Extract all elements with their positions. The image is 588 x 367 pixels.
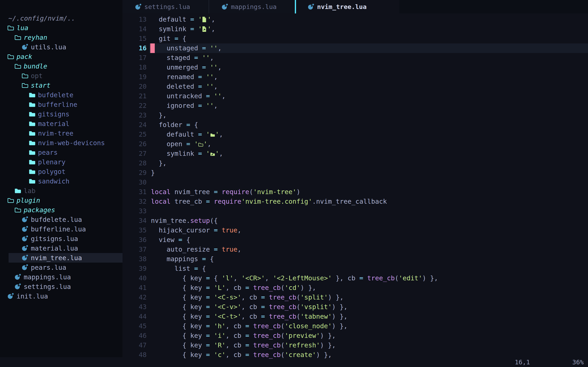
lua-file-icon [14,283,22,290]
code-text: local tree_cb = require'nvim-tree.config… [151,197,387,206]
editor-buffer[interactable]: 13 default = '',14 symlink = '',15 git =… [122,13,588,367]
lua-file-icon [21,245,30,252]
line-number: 39 [122,264,147,273]
tab-label: mappings.lua [231,3,277,10]
code-line-19[interactable]: 19 renamed = '', [122,72,588,82]
tree-item-plugin[interactable]: plugin [0,196,122,205]
folder-open-icon [7,25,15,31]
code-line-14[interactable]: 14 symlink = '', [122,24,588,34]
tree-item-lua[interactable]: lua [0,23,122,33]
tab-settings.lua[interactable]: settings.lua [122,0,209,13]
tree-item-bufdelete.lua[interactable]: bufdelete.lua [0,215,122,224]
code-line-24[interactable]: 24 folder = { [122,120,588,130]
code-line-37[interactable]: 37 auto_resize = true, [122,245,588,254]
code-line-40[interactable]: 40 { key = { 'l', '<CR>', '<2-LeftMouse>… [122,273,588,283]
lua-file-icon [21,216,30,223]
tree-item-gitsigns[interactable]: gitsigns [0,109,122,119]
line-number: 17 [122,53,147,63]
tree-item-reyhan[interactable]: reyhan [0,33,122,42]
code-line-47[interactable]: 47 { key = 'R', cb = tree_cb('refresh') … [122,341,588,350]
tree-item-label: mappings.lua [24,273,71,281]
tree-root-path: ~/.config/nvim/.. [8,15,75,22]
code-text: list = { [151,264,206,273]
tree-item-nvim-web-devicons[interactable]: nvim-web-devicons [0,138,122,148]
code-line-45[interactable]: 45 { key = 'h', cb = tree_cb('close_node… [122,321,588,331]
code-text: } [151,168,155,178]
folder-open-g-glyph-icon [198,139,203,149]
code-line-36[interactable]: 36 view = { [122,235,588,245]
line-number: 37 [122,245,147,254]
tree-item-label: pears.lua [31,264,66,271]
tree-item-label: opt [31,72,43,80]
tree-item-gitsigns.lua[interactable]: gitsigns.lua [0,234,122,243]
tree-item-packages[interactable]: packages [0,205,122,215]
code-line-22[interactable]: 22 ignored = '', [122,101,588,110]
lua-file-icon [21,226,30,233]
tree-item-plenary[interactable]: plenary [0,157,122,167]
code-line-44[interactable]: 44 { key = '<C-t>', cb = tree_cb('tabnew… [122,312,588,321]
tree-item-nvim_tree.lua[interactable]: nvim_tree.lua [0,253,122,263]
code-line-28[interactable]: 28 }, [122,158,588,168]
tree-item-sandwich[interactable]: sandwich [0,176,122,186]
tree-item-label: utils.lua [31,43,66,51]
nvim-window: { "colors": { "background": "#0f111a", "… [0,0,588,367]
tree-item-mappings.lua[interactable]: mappings.lua [0,272,122,282]
code-line-30[interactable]: 30 [122,178,588,187]
tab-nvim_tree.lua[interactable]: nvim_tree.lua [295,0,399,13]
code-line-16[interactable]: 16 unstaged = '', [122,43,588,53]
code-line-46[interactable]: 46 { key = 'i', cb = tree_cb('preview') … [122,331,588,341]
tree-item-label: lua [17,24,28,32]
folder-closed-icon [29,169,37,175]
code-line-33[interactable]: 33 [122,206,588,216]
code-line-31[interactable]: 31local nvim_tree = require('nvim-tree') [122,187,588,197]
tree-item-polygot[interactable]: polygot [0,167,122,176]
tree-item-bundle[interactable]: bundle [0,61,122,71]
line-number: 32 [122,197,147,206]
code-line-23[interactable]: 23 }, [122,110,588,120]
code-line-17[interactable]: 17 staged = '', [122,53,588,63]
code-line-21[interactable]: 21 untracked = '', [122,91,588,101]
code-line-27[interactable]: 27 symlink = '', [122,149,588,158]
code-line-15[interactable]: 15 git = { [122,34,588,43]
code-line-29[interactable]: 29} [122,168,588,178]
active-tab-indicator [295,0,296,13]
tree-item-settings.lua[interactable]: settings.lua [0,282,122,291]
tree-item-bufdelete[interactable]: bufdelete [0,90,122,100]
tree-item-init.lua[interactable]: init.lua [0,291,122,301]
code-line-39[interactable]: 39 list = { [122,264,588,273]
code-line-43[interactable]: 43 { key = '<C-v>', cb = tree_cb('vsplit… [122,302,588,312]
code-text: mappings = { [151,254,214,264]
tree-item-lab[interactable]: lab [0,186,122,196]
tree-item-material[interactable]: material [0,119,122,128]
tree-item-utils.lua[interactable]: utils.lua [0,42,122,52]
tree-item-label: plugin [17,197,40,204]
tree-item-start[interactable]: start [0,81,122,90]
code-line-25[interactable]: 25 default = '', [122,130,588,139]
code-line-34[interactable]: 34nvim_tree.setup({ [122,216,588,225]
tree-item-label: bufferline [38,101,77,108]
code-line-20[interactable]: 20 deleted = '', [122,82,588,91]
code-line-38[interactable]: 38 mappings = { [122,254,588,264]
line-number: 48 [122,350,147,360]
tree-item-nvim-tree[interactable]: nvim-tree [0,128,122,138]
tree-item-pack[interactable]: pack [0,52,122,61]
tab-mappings.lua[interactable]: mappings.lua [209,0,295,13]
code-line-26[interactable]: 26 open = '', [122,139,588,149]
code-line-42[interactable]: 42 { key = '<C-s>', cb = tree_cb('split'… [122,292,588,302]
code-text: default = '', [151,130,223,139]
tree-root[interactable]: ~/.config/nvim/.. [0,13,122,23]
tree-item-pears[interactable]: pears [0,148,122,157]
code-line-18[interactable]: 18 unmerged = '', [122,63,588,72]
folder-open-icon [21,82,30,88]
tree-item-opt[interactable]: opt [0,71,122,81]
tree-item-material.lua[interactable]: material.lua [0,243,122,253]
code-line-35[interactable]: 35 hijack_cursor = true, [122,225,588,235]
tree-item-bufferline[interactable]: bufferline [0,100,122,109]
tree-item-pears.lua[interactable]: pears.lua [0,263,122,272]
line-number: 19 [122,72,147,82]
code-line-32[interactable]: 32local tree_cb = require'nvim-tree.conf… [122,197,588,206]
tree-item-bufferline.lua[interactable]: bufferline.lua [0,224,122,234]
code-line-13[interactable]: 13 default = '', [122,15,588,24]
code-line-41[interactable]: 41 { key = 'L', cb = tree_cb('cd') }, [122,283,588,292]
code-text: symlink = '', [151,24,215,34]
